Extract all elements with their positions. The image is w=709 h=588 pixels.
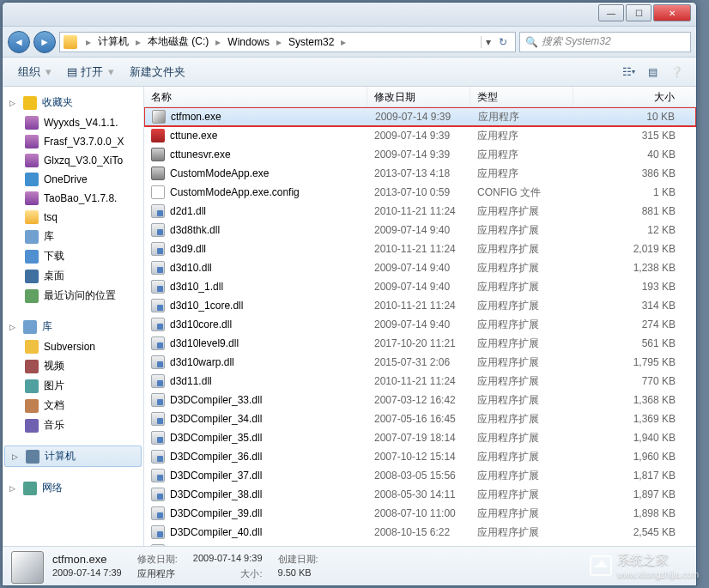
file-type: 应用程序 <box>471 110 574 124</box>
sidebar-item[interactable]: 桌面 <box>3 266 143 286</box>
forward-button[interactable]: ► <box>33 31 56 53</box>
view-options-button[interactable]: ☷▾ <box>617 63 639 82</box>
preview-pane-button[interactable]: ▤ <box>641 63 664 82</box>
table-row[interactable]: D3DCompiler_35.dll2007-07-19 18:14应用程序扩展… <box>144 428 696 447</box>
table-row[interactable]: cttune.exe2009-07-14 9:39应用程序315 KB <box>144 126 696 145</box>
sidebar-item[interactable]: Glxzq_V3.0_XiTo <box>3 151 143 170</box>
sidebar-item-label: 文档 <box>44 398 64 413</box>
sidebar-item[interactable]: Frasf_V3.7.0.0_X <box>3 132 143 151</box>
file-icon <box>151 355 165 369</box>
file-type: 应用程序扩展 <box>470 336 573 351</box>
table-row[interactable]: d3d10core.dll2009-07-14 9:40应用程序扩展274 KB <box>144 315 696 334</box>
sidebar-item[interactable]: 最近访问的位置 <box>3 286 143 306</box>
sidebar-item-label: 视频 <box>44 359 64 373</box>
chevron-right-icon[interactable]: ▸ <box>81 36 96 48</box>
sidebar-item[interactable]: OneDrive <box>3 170 143 189</box>
sidebar-item-label: 桌面 <box>44 269 64 283</box>
file-type: 应用程序扩展 <box>470 261 573 276</box>
breadcrumb-item[interactable]: System32 <box>287 36 336 48</box>
chevron-right-icon[interactable]: ▸ <box>336 36 351 48</box>
table-row[interactable]: d3d10.dll2009-07-14 9:40应用程序扩展1,238 KB <box>144 258 696 277</box>
sidebar-item[interactable]: 文档 <box>3 396 143 415</box>
file-type: 应用程序 <box>470 148 573 162</box>
table-row[interactable]: D3DCompiler_40.dll2008-10-15 6:22应用程序扩展2… <box>144 523 696 542</box>
open-button[interactable]: ▤ 打开▾ <box>60 61 123 83</box>
column-date[interactable]: 修改日期 <box>367 87 470 106</box>
pic-icon <box>25 379 39 393</box>
table-row[interactable]: d3d10warp.dll2015-07-31 2:06应用程序扩展1,795 … <box>144 353 696 372</box>
table-row[interactable]: d3d10_1core.dll2010-11-21 11:24应用程序扩展314… <box>144 296 696 315</box>
table-row[interactable]: D3DCompiler_37.dll2008-03-05 15:56应用程序扩展… <box>144 466 696 485</box>
sidebar-item[interactable]: 库 <box>3 227 143 246</box>
file-size: 12 KB <box>573 224 696 236</box>
help-button[interactable]: ❔ <box>665 63 688 82</box>
table-row[interactable]: D3DCompiler_41.dll2009-03-09 15:27应用程序扩展… <box>144 542 696 546</box>
breadcrumb-item[interactable]: 计算机 <box>96 34 130 49</box>
new-folder-button[interactable]: 新建文件夹 <box>123 61 192 83</box>
chevron-right-icon[interactable]: ▸ <box>271 36 287 48</box>
sidebar-item[interactable]: 下载 <box>3 246 143 266</box>
table-row[interactable]: CustomModeApp.exe.config2013-07-10 0:59C… <box>144 183 696 202</box>
sidebar-computer[interactable]: ▷ 计算机 <box>4 446 142 467</box>
table-row[interactable]: d2d1.dll2010-11-21 11:24应用程序扩展881 KB <box>144 202 696 221</box>
table-row[interactable]: D3DCompiler_36.dll2007-10-12 15:14应用程序扩展… <box>144 447 696 466</box>
sidebar-item[interactable]: 音乐 <box>3 415 143 435</box>
file-date: 2009-07-14 9:40 <box>367 224 470 236</box>
file-size: 1,368 KB <box>573 394 696 406</box>
chevron-down-icon[interactable]: ▾ <box>481 36 494 48</box>
minimize-button[interactable]: — <box>598 4 624 21</box>
breadcrumb-item[interactable]: Windows <box>226 36 271 48</box>
titlebar[interactable]: — ☐ ✕ <box>3 3 696 27</box>
sidebar[interactable]: ▷ 收藏夹 Wyyxds_V4.1.1.Frasf_V3.7.0.0_XGlxz… <box>3 87 144 546</box>
table-row[interactable]: d3d10level9.dll2017-10-20 11:21应用程序扩展561… <box>144 334 696 353</box>
sidebar-item[interactable]: Wyyxds_V4.1.1. <box>3 113 143 132</box>
table-row[interactable]: D3DCompiler_38.dll2008-05-30 14:11应用程序扩展… <box>144 485 696 504</box>
file-icon <box>151 544 165 546</box>
table-row[interactable]: D3DCompiler_39.dll2008-07-10 11:00应用程序扩展… <box>144 504 696 523</box>
file-icon <box>151 299 165 312</box>
sidebar-item[interactable]: TaoBao_V1.7.8. <box>3 189 143 208</box>
sidebar-libraries-header[interactable]: ▷ 库 <box>3 316 143 337</box>
close-button[interactable]: ✕ <box>653 4 691 21</box>
table-row[interactable]: d3d11.dll2010-11-21 11:24应用程序扩展770 KB <box>144 372 696 391</box>
sidebar-item-label: 音乐 <box>44 418 64 433</box>
column-name[interactable]: 名称 <box>144 87 367 106</box>
file-type: 应用程序扩展 <box>470 488 573 502</box>
file-size: 881 KB <box>573 205 696 217</box>
organize-menu[interactable]: 组织▾ <box>11 61 60 83</box>
table-row[interactable]: d3d9.dll2010-11-21 11:24应用程序扩展2,019 KB <box>144 239 696 258</box>
file-date: 2010-11-21 11:24 <box>367 375 470 387</box>
chevron-right-icon[interactable]: ▸ <box>210 36 226 48</box>
file-rows[interactable]: ctfmon.exe2009-07-14 9:39应用程序10 KBcttune… <box>144 107 696 546</box>
chevron-right-icon[interactable]: ▸ <box>130 36 146 48</box>
sidebar-favorites-header[interactable]: ▷ 收藏夹 <box>3 92 143 113</box>
file-icon <box>151 185 165 199</box>
column-type[interactable]: 类型 <box>470 87 573 106</box>
table-row[interactable]: cttunesvr.exe2009-07-14 9:39应用程序40 KB <box>144 145 696 164</box>
column-size[interactable]: 大小 <box>573 87 696 106</box>
table-row[interactable]: d3d8thk.dll2009-07-14 9:40应用程序扩展12 KB <box>144 221 696 239</box>
sidebar-network[interactable]: ▷ 网络 <box>3 477 143 499</box>
search-input[interactable]: 🔍 搜索 System32 <box>519 32 691 52</box>
table-row[interactable]: ctfmon.exe2009-07-14 9:39应用程序10 KB <box>144 107 696 126</box>
sidebar-item-label: OneDrive <box>44 173 88 185</box>
table-row[interactable]: D3DCompiler_33.dll2007-03-12 16:42应用程序扩展… <box>144 391 696 409</box>
breadcrumb[interactable]: ▸ 计算机 ▸ 本地磁盘 (C:) ▸ Windows ▸ System32 ▸… <box>59 32 516 52</box>
maximize-button[interactable]: ☐ <box>626 4 651 21</box>
breadcrumb-item[interactable]: 本地磁盘 (C:) <box>146 34 210 49</box>
file-date: 2007-05-16 16:45 <box>367 413 470 425</box>
file-icon <box>151 488 165 501</box>
status-created-label: 创建日期: <box>278 553 318 566</box>
back-button[interactable]: ◄ <box>8 31 30 53</box>
network-icon <box>23 482 37 495</box>
watermark-logo-icon <box>590 555 612 576</box>
sidebar-item-label: 图片 <box>44 379 64 393</box>
table-row[interactable]: D3DCompiler_34.dll2007-05-16 16:45应用程序扩展… <box>144 409 696 428</box>
table-row[interactable]: CustomModeApp.exe2013-07-13 4:18应用程序386 … <box>144 164 696 183</box>
sidebar-item[interactable]: Subversion <box>3 337 143 356</box>
sidebar-item[interactable]: tsq <box>3 208 143 227</box>
sidebar-item[interactable]: 视频 <box>3 356 143 376</box>
refresh-icon[interactable]: ↻ <box>494 36 512 48</box>
sidebar-item[interactable]: 图片 <box>3 376 143 396</box>
table-row[interactable]: d3d10_1.dll2009-07-14 9:40应用程序扩展193 KB <box>144 277 696 296</box>
